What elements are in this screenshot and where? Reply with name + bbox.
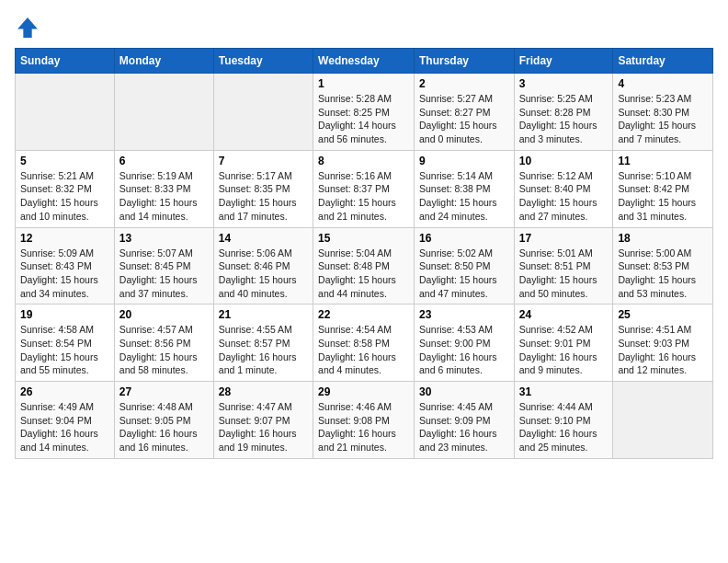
day-number: 11 <box>618 155 708 167</box>
day-info: Sunrise: 4:47 AM Sunset: 9:07 PM Dayligh… <box>219 400 308 454</box>
day-number: 12 <box>20 232 109 245</box>
header-day: Sunday <box>16 49 115 74</box>
day-number: 1 <box>318 77 409 90</box>
calendar-cell <box>213 74 313 151</box>
day-number: 8 <box>318 155 409 167</box>
calendar-cell: 17Sunrise: 5:01 AM Sunset: 8:51 PM Dayli… <box>514 227 613 304</box>
calendar-cell: 26Sunrise: 4:49 AM Sunset: 9:04 PM Dayli… <box>16 382 115 459</box>
header-day: Thursday <box>414 49 514 74</box>
calendar-cell: 3Sunrise: 5:25 AM Sunset: 8:28 PM Daylig… <box>514 74 613 151</box>
logo-icon <box>15 15 40 40</box>
calendar-week: 12Sunrise: 5:09 AM Sunset: 8:43 PM Dayli… <box>16 227 713 304</box>
day-info: Sunrise: 4:54 AM Sunset: 8:58 PM Dayligh… <box>318 323 409 377</box>
day-number: 25 <box>618 308 708 321</box>
day-number: 19 <box>20 308 109 321</box>
calendar-cell: 28Sunrise: 4:47 AM Sunset: 9:07 PM Dayli… <box>213 382 313 459</box>
day-info: Sunrise: 5:23 AM Sunset: 8:30 PM Dayligh… <box>618 92 708 146</box>
day-info: Sunrise: 5:09 AM Sunset: 8:43 PM Dayligh… <box>20 247 109 301</box>
calendar-header: SundayMondayTuesdayWednesdayThursdayFrid… <box>16 49 713 74</box>
day-number: 22 <box>318 308 409 321</box>
header-day: Tuesday <box>213 49 313 74</box>
calendar-cell: 1Sunrise: 5:28 AM Sunset: 8:25 PM Daylig… <box>313 74 415 151</box>
calendar-cell: 24Sunrise: 4:52 AM Sunset: 9:01 PM Dayli… <box>514 304 613 382</box>
calendar-week: 19Sunrise: 4:58 AM Sunset: 8:54 PM Dayli… <box>16 304 713 382</box>
day-info: Sunrise: 4:53 AM Sunset: 9:00 PM Dayligh… <box>419 323 509 377</box>
day-info: Sunrise: 4:46 AM Sunset: 9:08 PM Dayligh… <box>318 400 409 454</box>
day-number: 2 <box>419 77 509 90</box>
calendar-cell: 13Sunrise: 5:07 AM Sunset: 8:45 PM Dayli… <box>114 227 213 304</box>
day-info: Sunrise: 5:02 AM Sunset: 8:50 PM Dayligh… <box>419 247 509 301</box>
calendar-cell: 19Sunrise: 4:58 AM Sunset: 8:54 PM Dayli… <box>16 304 115 382</box>
calendar-cell: 21Sunrise: 4:55 AM Sunset: 8:57 PM Dayli… <box>213 304 313 382</box>
calendar-week: 26Sunrise: 4:49 AM Sunset: 9:04 PM Dayli… <box>16 382 713 459</box>
day-info: Sunrise: 4:51 AM Sunset: 9:03 PM Dayligh… <box>618 323 708 377</box>
day-number: 29 <box>318 385 409 398</box>
day-info: Sunrise: 5:14 AM Sunset: 8:38 PM Dayligh… <box>419 169 509 224</box>
day-info: Sunrise: 4:49 AM Sunset: 9:04 PM Dayligh… <box>20 400 109 454</box>
calendar-cell: 9Sunrise: 5:14 AM Sunset: 8:38 PM Daylig… <box>414 150 514 227</box>
calendar-week: 5Sunrise: 5:21 AM Sunset: 8:32 PM Daylig… <box>16 150 713 227</box>
svg-marker-0 <box>17 17 38 38</box>
calendar-cell: 10Sunrise: 5:12 AM Sunset: 8:40 PM Dayli… <box>514 150 613 227</box>
calendar-cell: 5Sunrise: 5:21 AM Sunset: 8:32 PM Daylig… <box>16 150 115 227</box>
day-number: 3 <box>519 77 609 90</box>
calendar-table: SundayMondayTuesdayWednesdayThursdayFrid… <box>15 48 713 459</box>
day-number: 4 <box>618 77 708 90</box>
day-info: Sunrise: 5:01 AM Sunset: 8:51 PM Dayligh… <box>519 247 609 301</box>
calendar-cell <box>114 74 213 151</box>
day-info: Sunrise: 5:27 AM Sunset: 8:27 PM Dayligh… <box>419 92 509 146</box>
day-number: 30 <box>419 385 509 398</box>
calendar-week: 1Sunrise: 5:28 AM Sunset: 8:25 PM Daylig… <box>16 74 713 151</box>
header-day: Monday <box>114 49 213 74</box>
day-info: Sunrise: 5:21 AM Sunset: 8:32 PM Dayligh… <box>20 169 109 224</box>
calendar-cell: 27Sunrise: 4:48 AM Sunset: 9:05 PM Dayli… <box>114 382 213 459</box>
day-info: Sunrise: 4:52 AM Sunset: 9:01 PM Dayligh… <box>519 323 609 377</box>
day-number: 24 <box>519 308 609 321</box>
day-number: 31 <box>519 385 609 398</box>
calendar-cell: 30Sunrise: 4:45 AM Sunset: 9:09 PM Dayli… <box>414 382 514 459</box>
day-info: Sunrise: 5:00 AM Sunset: 8:53 PM Dayligh… <box>618 247 708 301</box>
day-number: 26 <box>20 385 109 398</box>
day-number: 7 <box>219 155 308 167</box>
day-info: Sunrise: 4:44 AM Sunset: 9:10 PM Dayligh… <box>519 400 609 454</box>
calendar-cell <box>16 74 115 151</box>
calendar-cell: 15Sunrise: 5:04 AM Sunset: 8:48 PM Dayli… <box>313 227 415 304</box>
day-info: Sunrise: 5:06 AM Sunset: 8:46 PM Dayligh… <box>219 247 308 301</box>
day-info: Sunrise: 4:55 AM Sunset: 8:57 PM Dayligh… <box>219 323 308 377</box>
day-number: 16 <box>419 232 509 245</box>
day-info: Sunrise: 5:07 AM Sunset: 8:45 PM Dayligh… <box>119 247 209 301</box>
day-number: 14 <box>219 232 308 245</box>
day-number: 23 <box>419 308 509 321</box>
calendar-body: 1Sunrise: 5:28 AM Sunset: 8:25 PM Daylig… <box>16 74 713 459</box>
day-info: Sunrise: 5:19 AM Sunset: 8:33 PM Dayligh… <box>119 169 209 224</box>
day-number: 27 <box>119 385 209 398</box>
day-number: 5 <box>20 155 109 167</box>
calendar-cell: 29Sunrise: 4:46 AM Sunset: 9:08 PM Dayli… <box>313 382 415 459</box>
day-info: Sunrise: 4:48 AM Sunset: 9:05 PM Dayligh… <box>119 400 209 454</box>
day-number: 20 <box>119 308 209 321</box>
day-info: Sunrise: 5:17 AM Sunset: 8:35 PM Dayligh… <box>219 169 308 224</box>
calendar-cell: 16Sunrise: 5:02 AM Sunset: 8:50 PM Dayli… <box>414 227 514 304</box>
day-number: 18 <box>618 232 708 245</box>
day-number: 21 <box>219 308 308 321</box>
day-info: Sunrise: 4:58 AM Sunset: 8:54 PM Dayligh… <box>20 323 109 377</box>
calendar-cell: 23Sunrise: 4:53 AM Sunset: 9:00 PM Dayli… <box>414 304 514 382</box>
calendar-cell: 8Sunrise: 5:16 AM Sunset: 8:37 PM Daylig… <box>313 150 415 227</box>
calendar-cell: 11Sunrise: 5:10 AM Sunset: 8:42 PM Dayli… <box>613 150 713 227</box>
day-info: Sunrise: 5:16 AM Sunset: 8:37 PM Dayligh… <box>318 169 409 224</box>
calendar-cell: 22Sunrise: 4:54 AM Sunset: 8:58 PM Dayli… <box>313 304 415 382</box>
logo <box>15 15 44 40</box>
calendar-cell: 7Sunrise: 5:17 AM Sunset: 8:35 PM Daylig… <box>213 150 313 227</box>
day-number: 15 <box>318 232 409 245</box>
day-info: Sunrise: 5:04 AM Sunset: 8:48 PM Dayligh… <box>318 247 409 301</box>
day-number: 28 <box>219 385 308 398</box>
header-day: Saturday <box>613 49 713 74</box>
calendar-cell: 25Sunrise: 4:51 AM Sunset: 9:03 PM Dayli… <box>613 304 713 382</box>
calendar-cell: 4Sunrise: 5:23 AM Sunset: 8:30 PM Daylig… <box>613 74 713 151</box>
calendar-cell: 31Sunrise: 4:44 AM Sunset: 9:10 PM Dayli… <box>514 382 613 459</box>
header-row: SundayMondayTuesdayWednesdayThursdayFrid… <box>16 49 713 74</box>
calendar-cell: 12Sunrise: 5:09 AM Sunset: 8:43 PM Dayli… <box>16 227 115 304</box>
calendar-cell: 2Sunrise: 5:27 AM Sunset: 8:27 PM Daylig… <box>414 74 514 151</box>
calendar-cell: 18Sunrise: 5:00 AM Sunset: 8:53 PM Dayli… <box>613 227 713 304</box>
calendar-cell <box>613 382 713 459</box>
